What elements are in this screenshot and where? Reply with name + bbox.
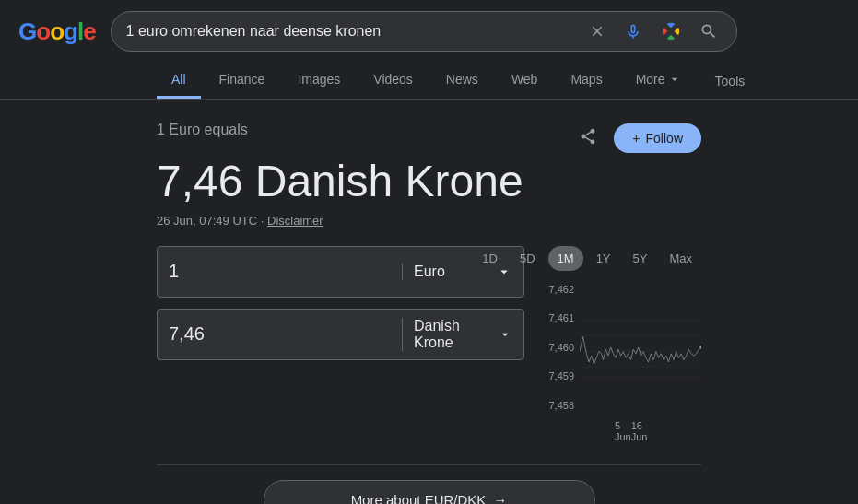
main-content: 1 Euro equals + Follow 7,46 Danish Krone… bbox=[0, 100, 858, 504]
tab-maps[interactable]: Maps bbox=[556, 63, 617, 99]
chevron-down-icon bbox=[667, 72, 682, 87]
arrow-icon: → bbox=[493, 492, 507, 504]
from-input-row: Euro bbox=[157, 246, 524, 298]
time-tab-1m[interactable]: 1M bbox=[548, 246, 583, 271]
y-label-3: 7,459 bbox=[547, 370, 574, 381]
tab-tools[interactable]: Tools bbox=[700, 64, 760, 98]
time-tabs: 1D 5D 1M 1Y 5Y Max bbox=[547, 246, 701, 271]
disclaimer-link[interactable]: Disclaimer bbox=[267, 214, 323, 228]
y-label-1: 7,461 bbox=[547, 312, 574, 323]
follow-label: Follow bbox=[646, 131, 683, 146]
chart-area: 1D 5D 1M 1Y 5Y Max 7,462 7,461 7,460 7,4… bbox=[547, 246, 701, 442]
converter-header: 1 Euro equals + Follow bbox=[157, 122, 701, 154]
tab-more[interactable]: More bbox=[621, 63, 697, 99]
time-tab-1y[interactable]: 1Y bbox=[587, 246, 620, 271]
y-label-0: 7,462 bbox=[547, 284, 574, 295]
x-axis-labels: 5 Jun 16 Jun pad bbox=[547, 416, 701, 442]
to-chevron-icon bbox=[498, 326, 512, 343]
tab-news[interactable]: News bbox=[431, 63, 493, 99]
result-value: 7,46 Danish Krone bbox=[157, 158, 701, 206]
search-bar bbox=[111, 11, 737, 52]
header: Google bbox=[0, 0, 858, 63]
tab-images[interactable]: Images bbox=[283, 63, 355, 99]
lens-button[interactable] bbox=[657, 18, 685, 45]
search-input[interactable] bbox=[126, 23, 578, 40]
time-tab-1d[interactable]: 1D bbox=[473, 246, 507, 271]
search-submit-button[interactable] bbox=[696, 18, 722, 44]
price-chart bbox=[580, 278, 701, 416]
more-about-button[interactable]: More about EUR/DKK → bbox=[264, 480, 595, 504]
to-input-row: Danish Krone bbox=[157, 309, 524, 360]
google-logo: Google bbox=[18, 18, 96, 46]
to-currency-label: Danish Krone bbox=[414, 318, 494, 351]
time-tab-max[interactable]: Max bbox=[660, 246, 701, 271]
x-label-1: 16 Jun bbox=[631, 420, 650, 442]
converter-area: Euro Danish Krone 1D 5D 1M 1Y 5Y Max bbox=[157, 246, 701, 442]
tab-web[interactable]: Web bbox=[497, 63, 553, 99]
follow-button[interactable]: + Follow bbox=[614, 123, 701, 153]
y-label-2: 7,460 bbox=[547, 342, 574, 353]
to-amount-input[interactable] bbox=[169, 323, 402, 345]
time-tab-5y[interactable]: 5Y bbox=[624, 246, 657, 271]
tab-videos[interactable]: Videos bbox=[358, 63, 428, 99]
from-amount-input[interactable] bbox=[169, 261, 402, 282]
nav-tabs: All Finance Images Videos News Web Maps … bbox=[0, 63, 858, 100]
tab-all[interactable]: All bbox=[157, 63, 201, 99]
equals-text: 1 Euro equals bbox=[157, 122, 248, 138]
chart-svg-container bbox=[580, 278, 701, 416]
voice-search-button[interactable] bbox=[620, 18, 646, 44]
header-actions: + Follow bbox=[573, 122, 701, 154]
share-button[interactable] bbox=[573, 122, 603, 154]
more-about-row: More about EUR/DKK → bbox=[157, 464, 701, 504]
share-icon bbox=[579, 127, 597, 146]
x-label-0: 5 Jun bbox=[615, 420, 631, 442]
time-tab-5d[interactable]: 5D bbox=[511, 246, 545, 271]
more-label: More bbox=[636, 72, 665, 87]
to-currency-selector[interactable]: Danish Krone bbox=[402, 318, 512, 351]
tab-finance[interactable]: Finance bbox=[205, 63, 280, 99]
follow-icon: + bbox=[632, 131, 640, 146]
converter-inputs: Euro Danish Krone bbox=[157, 246, 524, 360]
more-about-label: More about EUR/DKK bbox=[351, 492, 487, 504]
timestamp: 26 Jun, 07:49 UTC · Disclaimer bbox=[157, 214, 701, 228]
y-label-4: 7,458 bbox=[547, 400, 574, 411]
clear-button[interactable] bbox=[585, 19, 609, 43]
from-currency-label: Euro bbox=[414, 264, 445, 280]
y-axis-labels: 7,462 7,461 7,460 7,459 7,458 bbox=[547, 278, 580, 416]
